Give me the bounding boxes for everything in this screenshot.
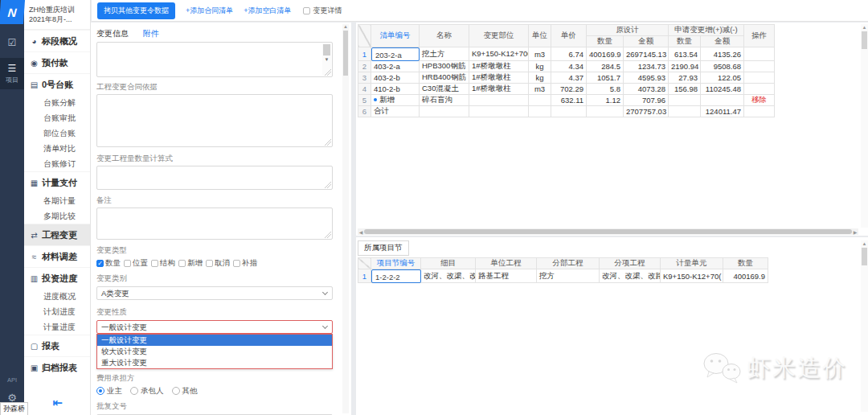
project-title[interactable]: ZH给重庆培训 2021年8月-... (24, 0, 90, 30)
table-row[interactable]: 2403-2-aHPB300钢筋1#桥墩墩柱kg4.34284.51234.73… (358, 61, 775, 72)
row-index[interactable]: 5 (358, 95, 371, 106)
table-cell[interactable]: 挖方 (537, 269, 600, 283)
table-cell[interactable]: 1234.73 (624, 61, 669, 72)
table-cell[interactable]: kg (529, 61, 551, 72)
table-cell[interactable]: 5.8 (587, 84, 624, 95)
table-cell[interactable]: 9508.68 (701, 61, 744, 72)
sidebar-item-part-ledger[interactable]: 部位台账 (24, 125, 90, 141)
col-action[interactable]: 操作 (744, 25, 775, 47)
table-cell[interactable]: 6.74 (551, 47, 587, 61)
table-cell[interactable]: 124011.47 (701, 106, 744, 117)
remark-textarea[interactable] (96, 208, 333, 240)
scroll-thumb[interactable] (343, 31, 348, 76)
change-type-option[interactable]: 新增 (178, 258, 203, 269)
table-row[interactable]: 6合计2707757.03124011.47 (358, 106, 775, 117)
table-cell[interactable]: K9+150-K12+70( (661, 269, 723, 283)
change-type-option[interactable]: ✓数量 (96, 258, 121, 269)
tab-attachment[interactable]: 附件 (143, 28, 159, 39)
table-cell[interactable]: 410-2-b (371, 84, 420, 95)
col-unit-project[interactable]: 单位工程 (476, 258, 537, 269)
scroll-up-icon[interactable]: ▲ (861, 24, 868, 31)
table-cell[interactable]: 合计 (371, 106, 420, 117)
col-unit-price[interactable]: 单价 (551, 25, 587, 47)
scroll-up-icon[interactable]: ▲ (861, 240, 868, 247)
table-cell[interactable] (469, 106, 529, 117)
col-group-request[interactable]: 申请变更增(+)减(-) (669, 25, 744, 36)
vertical-scrollbar[interactable]: ▲ (861, 24, 868, 228)
sidebar-item-list-compare[interactable]: 清单对比 (24, 141, 90, 156)
table-cell[interactable]: 4.34 (551, 61, 587, 72)
table-cell[interactable]: 122.05 (701, 72, 744, 84)
row-index[interactable]: 1 (358, 269, 371, 283)
sidebar-item-archived-reports[interactable]: ▣归档报表 (24, 356, 90, 378)
sidebar-item-ledger-breakdown[interactable]: 台账分解 (24, 95, 90, 110)
table-cell[interactable]: 613.54 (669, 47, 701, 61)
col-qty[interactable]: 数量 (587, 36, 624, 47)
copy-change-data-button[interactable]: 拷贝其他变更令数据 (97, 2, 175, 19)
table-cell[interactable] (529, 106, 551, 117)
table-cell[interactable]: 4.37 (551, 72, 587, 84)
scroll-thumb[interactable] (862, 31, 867, 49)
table-cell[interactable]: 1051.7 (587, 72, 624, 84)
table-cell[interactable] (587, 106, 624, 117)
table-cell[interactable]: 路基工程 (476, 269, 537, 283)
change-type-option[interactable]: 结构 (151, 258, 175, 269)
table-cell[interactable] (469, 95, 529, 106)
table-cell[interactable]: 1#桥墩墩柱 (469, 84, 529, 95)
table-cell[interactable]: 110245.48 (701, 84, 744, 95)
sidebar-item-engineering-change[interactable]: ⇄工程变更 (24, 224, 90, 245)
sidebar-item-measure-progress[interactable]: 计量进度 (24, 319, 90, 335)
table-row[interactable]: 4410-2-bC30混凝土1#桥墩墩柱m3702.295.84073.2815… (358, 84, 775, 95)
table-cell[interactable] (551, 106, 587, 117)
table-cell[interactable]: 284.5 (587, 61, 624, 72)
scroll-thumb[interactable] (323, 44, 330, 55)
row-index[interactable]: 1 (358, 47, 371, 61)
table-cell[interactable]: 1#桥墩墩柱 (469, 61, 529, 72)
table-cell[interactable]: 2190.94 (669, 61, 701, 72)
cost-bearer-option[interactable]: 业主 (96, 386, 122, 397)
table-cell[interactable]: 改河、改渠、改路 (600, 269, 661, 283)
table-cell[interactable]: 1-2-2-2 (371, 269, 421, 283)
scroll-down-icon[interactable]: ▼ (322, 57, 331, 62)
corner-cell[interactable] (358, 25, 371, 47)
table-cell[interactable]: K9+150-K12+700改 (469, 47, 529, 61)
table-row[interactable]: 1203-2-a挖土方K9+150-K12+700改m36.74400169.9… (358, 47, 775, 61)
table-cell[interactable]: 156.98 (669, 84, 701, 95)
table-cell[interactable]: 挖土方 (420, 47, 469, 61)
remove-link[interactable]: 移除 (744, 95, 775, 106)
scroll-up-icon[interactable]: ▲ (342, 24, 349, 29)
sidebar-item-ledger-0[interactable]: ▤0号台账 (24, 73, 90, 95)
table-cell[interactable]: 4595.93 (624, 72, 669, 84)
table-cell[interactable] (529, 95, 551, 106)
table-cell[interactable]: 400169.9 (587, 47, 624, 61)
sidebar-item-section-overview[interactable]: ◕标段概况 (24, 30, 90, 51)
sidebar-item-ledger-approval[interactable]: 台账审批 (24, 110, 90, 125)
table-cell[interactable]: 2697145.13 (624, 47, 669, 61)
col-division-project[interactable]: 分部工程 (537, 258, 600, 269)
dropdown-option[interactable]: 一般设计变更 (97, 335, 332, 346)
table-cell[interactable]: 27.93 (669, 72, 701, 84)
sidebar-item-measure-payment[interactable]: ▦计量支付 (24, 171, 90, 193)
exit-icon[interactable]: ⇤ (24, 396, 91, 410)
row-index[interactable]: 4 (358, 84, 371, 95)
table-row[interactable]: 5新增碎石盲沟632.111.12707.96移除 (358, 95, 775, 106)
table-cell[interactable] (701, 95, 744, 106)
table-cell[interactable]: HRB400钢筋 (420, 72, 469, 84)
table-cell[interactable]: 4073.28 (624, 84, 669, 95)
dropdown-option[interactable]: 重大设计变更 (97, 357, 332, 368)
vertical-scrollbar[interactable]: ▲ (861, 240, 868, 412)
table-cell[interactable] (744, 84, 775, 95)
scroll-thumb[interactable] (862, 248, 867, 265)
col-unit[interactable]: 单位 (529, 25, 551, 47)
scroll-right-icon[interactable]: ▶ (852, 229, 858, 235)
sidebar-item-investment-progress[interactable]: ▥投资进度 (24, 267, 90, 289)
row-index[interactable]: 6 (358, 106, 371, 117)
app-logo-icon[interactable]: N (0, 0, 25, 24)
col-detail-item[interactable]: 细目 (421, 258, 476, 269)
tab-change-info[interactable]: 变更信息 (96, 28, 129, 39)
sidebar-item-advance-payment[interactable]: ◉预付款 (24, 51, 90, 73)
table-cell[interactable]: 403-2-b (371, 72, 420, 84)
col-amount[interactable]: 金额 (624, 36, 669, 47)
change-info-textarea[interactable]: ▼ (96, 42, 333, 77)
col-node-no[interactable]: 项目节编号 (371, 258, 421, 269)
